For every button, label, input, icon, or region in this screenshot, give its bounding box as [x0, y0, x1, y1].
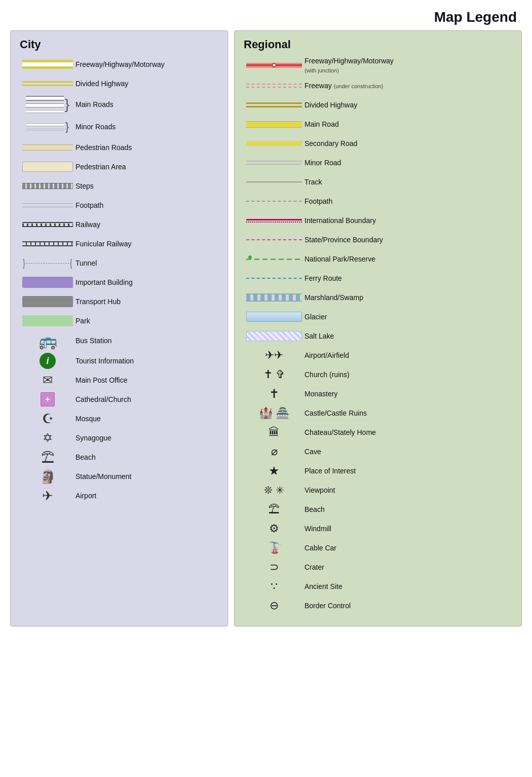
- minor-road-reg-label: Minor Road: [305, 158, 341, 167]
- beach-city-label: Beach: [75, 453, 96, 462]
- list-item: ❊ ✳ Viewpoint: [244, 482, 512, 498]
- divided-hw-reg-label: Divided Highway: [305, 100, 357, 109]
- transport-hub-city-label: Transport Hub: [75, 297, 121, 306]
- airport-reg-symbol: ✈✈: [244, 349, 305, 362]
- salt-lake-reg-label: Salt Lake: [305, 331, 334, 341]
- viewpoint-reg-label: Viewpoint: [305, 486, 335, 495]
- marshland-reg-label: Marshland/Swamp: [305, 293, 363, 302]
- list-item: Transport Hub: [20, 293, 218, 310]
- list-item: Funicular Railway: [20, 236, 218, 252]
- funicular-city-label: Funicular Railway: [75, 239, 131, 248]
- funicular-city-symbol: [20, 241, 75, 246]
- park-city-symbol: [20, 315, 75, 326]
- ped-roads-city-symbol: [20, 144, 75, 151]
- glacier-reg-label: Glacier: [305, 312, 327, 321]
- ancient-site-reg-label: Ancient Site: [305, 582, 343, 591]
- mosque-city-symbol: ☪: [20, 411, 75, 427]
- list-item: Important Building: [20, 274, 218, 290]
- list-item: Divided Highway: [244, 97, 512, 113]
- viewpoint-reg-symbol: ❊ ✳: [244, 484, 305, 496]
- church-reg-label: Church (ruins): [305, 370, 350, 379]
- main-road-reg-symbol: [244, 121, 305, 128]
- steps-city-symbol: [20, 183, 75, 189]
- list-item: ✝ ✞ Church (ruins): [244, 366, 512, 383]
- main-roads-city-label: Main Roads: [75, 100, 113, 109]
- beach-reg-label: Beach: [305, 505, 325, 514]
- steps-city-label: Steps: [75, 181, 94, 191]
- airport-city-symbol: ✈: [20, 488, 75, 504]
- castle-reg-symbol: 🏰 🏯: [244, 406, 305, 420]
- list-item: Main Road: [244, 116, 512, 132]
- list-item: 🏛 Chateau/Stately Home: [244, 424, 512, 440]
- national-park-reg-symbol: [244, 255, 305, 263]
- poi-reg-label: Place of Interest: [305, 466, 356, 475]
- track-reg-symbol: [244, 181, 305, 182]
- park-city-label: Park: [75, 316, 90, 325]
- state-boundary-reg-symbol: [244, 239, 305, 240]
- list-item: Ferry Route: [244, 270, 512, 286]
- church-city-symbol: +: [20, 392, 75, 406]
- postoffice-city-symbol: ✉: [20, 373, 75, 387]
- divided-hw-reg-symbol: [244, 102, 305, 107]
- list-item: ★ Place of Interest: [244, 463, 512, 479]
- list-item: Railway: [20, 216, 218, 233]
- windmill-reg-symbol: ⚙: [244, 522, 305, 535]
- ferry-route-reg-label: Ferry Route: [305, 274, 342, 283]
- list-item: ⌀ Cave: [244, 443, 512, 460]
- church-city-label: Cathedral/Church: [75, 395, 131, 404]
- list-item: ⛱ Beach: [20, 449, 218, 465]
- list-item: International Boundary: [244, 212, 512, 229]
- city-panel: City Freeway/Highway/Motorway Divided Hi…: [10, 30, 228, 626]
- beach-reg-symbol: ⛱: [244, 503, 305, 516]
- freeway-reg-label: Freeway/Highway/Motorway (with junction): [305, 56, 394, 75]
- tourist-city-symbol: i: [20, 353, 75, 369]
- windmill-reg-label: Windmill: [305, 524, 331, 533]
- list-item: Secondary Road: [244, 135, 512, 152]
- statue-city-label: Statue/Monument: [75, 472, 132, 481]
- border-control-reg-label: Border Control: [305, 601, 351, 610]
- list-item: 🚌 Bus Station: [20, 332, 218, 350]
- synagogue-city-label: Synagogue: [75, 433, 111, 442]
- minor-roads-city-label: Minor Roads: [75, 122, 116, 131]
- ancient-site-reg-symbol: ∵: [244, 580, 305, 593]
- marshland-reg-symbol: [244, 293, 305, 302]
- list-item: ✈ Airport: [20, 488, 218, 504]
- railway-city-label: Railway: [75, 220, 100, 229]
- beach-city-symbol: ⛱: [20, 450, 75, 465]
- national-park-reg-label: National Park/Reserve: [305, 254, 375, 264]
- list-item: Pedestrian Roads: [20, 139, 218, 156]
- list-item: Salt Lake: [244, 328, 512, 344]
- monastery-reg-label: Monastery: [305, 389, 337, 398]
- list-item: National Park/Reserve: [244, 251, 512, 267]
- tunnel-city-symbol: { {: [20, 258, 75, 268]
- crater-reg-label: Crater: [305, 563, 324, 572]
- glacier-reg-symbol: [244, 312, 305, 322]
- freeway-construct-reg-label: Freeway (under construction): [305, 81, 383, 90]
- freeway-construct-reg-symbol: [244, 84, 305, 88]
- ped-area-city-label: Pedestrian Area: [75, 162, 126, 171]
- list-item: Freeway (under construction): [244, 78, 512, 94]
- list-item: 🚡 Cable Car: [244, 540, 512, 556]
- regional-heading: Regional: [244, 38, 512, 51]
- list-item: State/Province Boundary: [244, 232, 512, 248]
- list-item: ✝ Monastery: [244, 386, 512, 402]
- list-item: i Tourist Information: [20, 353, 218, 369]
- page-title: Map Legend: [0, 0, 532, 30]
- tunnel-city-label: Tunnel: [75, 258, 97, 268]
- state-boundary-reg-label: State/Province Boundary: [305, 235, 383, 244]
- cave-reg-label: Cave: [305, 447, 321, 456]
- church-reg-symbol: ✝ ✞: [244, 368, 305, 381]
- list-item: ∵ Ancient Site: [244, 578, 512, 595]
- cable-car-reg-label: Cable Car: [305, 543, 336, 552]
- list-item: ⛱ Beach: [244, 501, 512, 517]
- list-item: 🗿 Statue/Monument: [20, 468, 218, 485]
- freeway-city-label: Freeway/Highway/Motorway: [75, 60, 165, 69]
- tourist-city-label: Tourist Information: [75, 356, 134, 365]
- list-item: } Minor Roads: [20, 117, 218, 136]
- freeway-reg-symbol: [244, 61, 305, 69]
- divided-highway-city-label: Divided Highway: [75, 79, 128, 88]
- track-reg-label: Track: [305, 177, 322, 187]
- bus-station-city-symbol: 🚌: [20, 332, 75, 350]
- list-item: Track: [244, 174, 512, 190]
- list-item: Divided Highway: [20, 76, 218, 92]
